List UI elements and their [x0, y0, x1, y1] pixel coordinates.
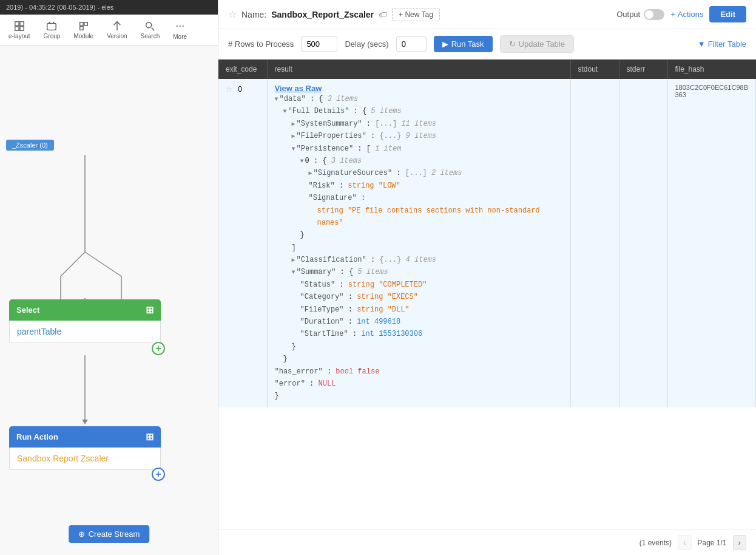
canvas-badge: _Zscaler (0): [6, 140, 54, 151]
table-header-row: exit_code result stdout stderr file_hash: [218, 60, 756, 79]
json-line-5: ▼0 : { 3 items: [275, 155, 563, 167]
update-icon: ↻: [509, 39, 516, 49]
json-line-11: ]: [275, 242, 563, 254]
run-action-body: Sandbox Report Zscaler: [9, 448, 161, 470]
connector-svg: [0, 46, 218, 301]
select-plus-button[interactable]: +: [152, 342, 165, 355]
events-count: (1 events): [640, 539, 672, 547]
edit-button[interactable]: Edit: [709, 6, 746, 22]
col-exit-code: exit_code: [218, 60, 267, 79]
create-stream-label: Create Stream: [89, 529, 140, 539]
version-label: Version: [107, 33, 127, 39]
search-button[interactable]: Search: [136, 18, 165, 42]
update-table-button[interactable]: ↻ Update Table: [500, 35, 574, 53]
run-plus-button[interactable]: +: [152, 468, 165, 481]
module-button[interactable]: Module: [69, 18, 98, 42]
cell-exit-code: ☆ 0: [218, 79, 267, 407]
run-action-header: Run Action ⊞: [9, 426, 161, 448]
json-line-23: }: [275, 390, 563, 402]
run-action-node: Run Action ⊞ Sandbox Report Zscaler: [9, 426, 161, 470]
group-button[interactable]: Group: [39, 18, 66, 42]
filter-table-label: Filter Table: [708, 39, 746, 49]
json-line-8: "Signature" :: [275, 192, 563, 204]
more-button[interactable]: ··· More: [168, 17, 192, 43]
svg-line-16: [61, 252, 85, 276]
select-node-header: Select ⊞: [9, 299, 161, 321]
col-stderr: stderr: [619, 60, 667, 79]
view-as-raw[interactable]: View as Raw: [275, 84, 563, 93]
output-toggle-switch[interactable]: [644, 9, 664, 20]
star-row-icon[interactable]: ☆: [226, 85, 232, 94]
version-button[interactable]: Version: [102, 18, 132, 42]
module-label: Module: [73, 33, 93, 39]
json-line-4: ▼"Persistence" : [ 1 item: [275, 143, 563, 155]
run-task-button[interactable]: ▶ Run Task: [434, 36, 493, 52]
svg-line-12: [152, 27, 155, 30]
group-icon: [46, 21, 57, 32]
svg-line-14: [85, 252, 121, 276]
layout-button[interactable]: e-layout: [4, 18, 35, 42]
table-row: ☆ 0 View as Raw ▼"data" : { 3 items ▼"Fu…: [218, 79, 756, 407]
select-node-body: parentTable: [9, 321, 161, 343]
right-actions: Output + Actions Edit: [616, 6, 746, 22]
group-label: Group: [44, 33, 61, 39]
json-line-14: "Status" : string "COMPLETED": [275, 279, 563, 291]
more-label: More: [173, 33, 187, 40]
json-line-18: "StartTime" : int 1553130306: [275, 328, 563, 340]
svg-rect-4: [47, 23, 56, 30]
actions-button[interactable]: + Actions: [670, 10, 703, 19]
select-node-icon: ⊞: [146, 304, 154, 316]
exit-code-value: 0: [238, 85, 242, 94]
name-label: Name:: [241, 10, 266, 19]
star-icon[interactable]: ☆: [228, 9, 237, 20]
json-line-3: ▶"FileProperties" : {...} 9 items: [275, 130, 563, 142]
json-line-16: "FileType" : string "DLL": [275, 304, 563, 316]
svg-rect-9: [79, 26, 83, 29]
json-line-2: ▶"SystemSummary" : [...] 11 items: [275, 118, 563, 130]
json-line-10: }: [275, 229, 563, 241]
module-icon: [78, 21, 89, 32]
json-line-19: }: [275, 341, 563, 353]
cell-stdout: [570, 79, 619, 407]
json-line-1: ▼"Full Details" : { 5 items: [275, 105, 563, 117]
task-bar: # Rows to Process Delay (secs) ▶ Run Tas…: [218, 29, 756, 60]
json-line-20: }: [275, 353, 563, 365]
json-line-0: ▼"data" : { 3 items: [275, 93, 563, 105]
select-node-label: Select: [16, 305, 39, 315]
json-line-22: "error" : NULL: [275, 378, 563, 390]
create-stream-icon: ⊕: [78, 529, 85, 539]
select-node: Select ⊞ parentTable: [9, 299, 161, 343]
left-toolbar: e-layout Group Module Version: [0, 15, 218, 46]
top-bar-text: 2019) - 04:35:22 (08-05-2019) - eles: [0, 0, 218, 15]
run-task-label: Run Task: [451, 39, 484, 49]
more-icon: ···: [175, 19, 184, 32]
right-header: ☆ Name: Sandbox_Report_Zscaler 🏷 + New T…: [218, 0, 756, 29]
prev-page-button[interactable]: ‹: [678, 535, 691, 550]
output-label: Output: [616, 10, 640, 19]
actions-label: Actions: [678, 10, 704, 19]
json-line-12: ▶"Classification" : {...} 4 items: [275, 254, 563, 266]
name-value: Sandbox_Report_Zscaler: [271, 10, 374, 19]
table-container: exit_code result stdout stderr file_hash…: [218, 60, 756, 529]
plus-icon: +: [670, 10, 675, 19]
layout-label: e-layout: [8, 33, 30, 39]
new-tag-button[interactable]: + New Tag: [392, 8, 440, 21]
json-line-15: "Category" : string "EXECS": [275, 291, 563, 303]
svg-rect-8: [84, 22, 87, 25]
col-file-hash: file_hash: [667, 60, 756, 79]
rows-input[interactable]: [301, 36, 337, 52]
json-line-9: string "PE file contains sections with n…: [275, 205, 563, 230]
svg-marker-20: [82, 420, 88, 424]
layout-icon: [14, 21, 25, 32]
cell-file-hash: 1803C2C0F0EC61C98B363: [667, 79, 756, 407]
search-icon: [144, 21, 155, 32]
col-result: result: [267, 60, 570, 79]
create-stream-button[interactable]: ⊕ Create Stream: [69, 525, 150, 543]
cell-stderr: [619, 79, 667, 407]
filter-table-button[interactable]: ▼ Filter Table: [698, 39, 746, 49]
cell-result: View as Raw ▼"data" : { 3 items ▼"Full D…: [267, 79, 570, 407]
svg-rect-0: [15, 21, 19, 25]
svg-rect-1: [20, 21, 24, 25]
delay-input[interactable]: [396, 36, 427, 52]
next-page-button[interactable]: ›: [733, 535, 746, 550]
